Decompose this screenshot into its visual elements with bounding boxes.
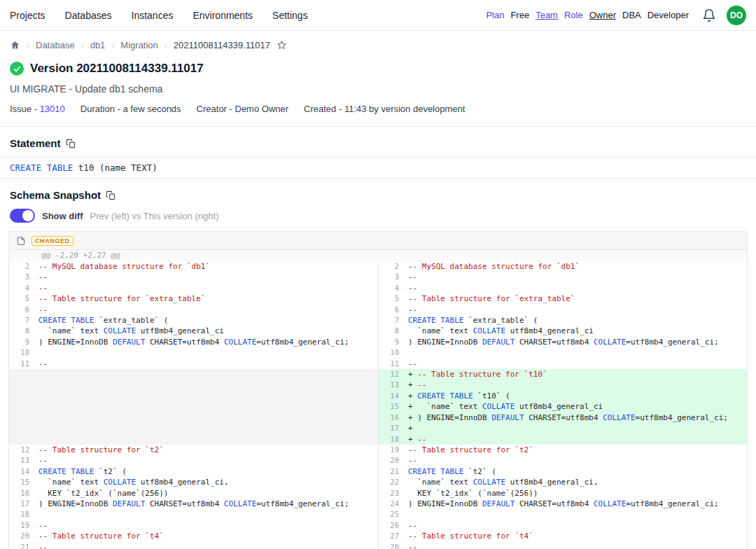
diff-row: 5-- Table structure for `extra_table`5--… <box>9 293 747 304</box>
diff-row: 17) ENGINE=InnoDB DEFAULT CHARSET=utf8mb… <box>9 499 747 509</box>
diff-row: 21--28-- <box>9 542 747 549</box>
nav-item-environments[interactable]: Environments <box>192 10 253 21</box>
role-developer[interactable]: Developer <box>648 10 689 20</box>
role-label[interactable]: Role <box>564 10 583 20</box>
version-subtitle: UI MIGRATE - Update db1 schema <box>10 83 746 95</box>
breadcrumb-database[interactable]: Database <box>36 40 75 50</box>
plan-team-link[interactable]: Team <box>536 10 558 20</box>
star-icon[interactable] <box>276 40 287 50</box>
diff-row: 14+ CREATE TABLE `t10` ( <box>9 391 747 401</box>
statement-sql: CREATE TABLE t10 (name TEXT) <box>0 157 756 179</box>
schema-snapshot-label: Schema Snapshot <box>10 189 101 201</box>
show-diff-toggle[interactable] <box>10 209 35 223</box>
diff-row: 6--6-- <box>9 305 747 315</box>
version-meta: Issue - 13010 Duration - a few seconds C… <box>10 104 746 114</box>
nav-right: Plan Free Team Role Owner DBA Developer … <box>486 6 746 25</box>
breadcrumb-migration[interactable]: Migration <box>120 40 158 50</box>
diff-row: 19--26-- <box>9 520 747 531</box>
diff-row: 15+ `name` text COLLATE utf8mb4_general_… <box>9 401 747 412</box>
schema-diff-viewer: CHANGED @@ -2,20 +2,27 @@ 2-- MySQL data… <box>8 231 748 549</box>
nav-item-settings[interactable]: Settings <box>272 10 308 21</box>
check-circle-icon <box>10 62 24 76</box>
plan-label[interactable]: Plan <box>486 10 504 20</box>
issue-link[interactable]: 13010 <box>40 104 65 114</box>
schema-snapshot-heading: Schema Snapshot <box>10 189 746 201</box>
plan-current: Free <box>510 10 529 20</box>
diff-header-bar: CHANGED <box>9 232 747 250</box>
diff-row: 12+ -- Table structure for `t10` <box>9 369 747 380</box>
diff-row: 16+ ) ENGINE=InnoDB DEFAULT CHARSET=utf8… <box>9 412 747 423</box>
diff-row: 3--3-- <box>9 272 747 282</box>
diff-row: 16 KEY `t2_idx` (`name`(256))23 KEY `t2_… <box>9 488 747 499</box>
diff-row: 18+ -- <box>9 434 747 445</box>
nav-item-projects[interactable]: Projects <box>10 10 46 21</box>
diff-row: 17+ <box>9 423 747 433</box>
diff-row: 13+ -- <box>9 380 747 390</box>
statement-heading-label: Statement <box>10 137 61 149</box>
diff-row: 14CREATE TABLE `t2` (21CREATE TABLE `t2`… <box>9 466 747 477</box>
diff-row: 9) ENGINE=InnoDB DEFAULT CHARSET=utf8mb4… <box>9 337 747 347</box>
diff-toggle-row: Show diff Prev (left) vs This version (r… <box>10 209 746 223</box>
avatar[interactable]: DO <box>727 6 746 25</box>
issue-label: Issue - <box>10 104 37 114</box>
version-header: Version 20211008114339.11017 <box>10 62 746 76</box>
chevron-right-icon: › <box>27 41 29 50</box>
top-navbar: Projects Databases Instances Environment… <box>0 0 756 31</box>
chevron-right-icon: › <box>111 41 114 50</box>
hunk-header: @@ -2,20 +2,27 @@ <box>9 250 747 261</box>
diff-row: 7CREATE TABLE `extra_table` (7CREATE TAB… <box>9 315 747 326</box>
home-icon[interactable] <box>10 40 20 50</box>
divider <box>0 126 756 127</box>
diff-row: 15 `name` text COLLATE utf8mb4_general_c… <box>9 477 747 487</box>
breadcrumb: › Database › db1 › Migration › 202110081… <box>0 31 756 57</box>
nav-menu: Projects Databases Instances Environment… <box>10 10 308 21</box>
copy-icon[interactable] <box>66 138 76 149</box>
nav-item-databases[interactable]: Databases <box>65 10 112 21</box>
breadcrumb-db1[interactable]: db1 <box>90 40 106 50</box>
breadcrumb-version[interactable]: 20211008114339.11017 <box>174 40 270 50</box>
diff-row: 2-- MySQL database structure for `db1`2-… <box>9 261 747 272</box>
diff-row: 11--11-- <box>9 359 747 369</box>
statement-heading: Statement <box>10 137 746 149</box>
bell-icon[interactable] <box>702 8 716 22</box>
diff-rows: 2-- MySQL database structure for `db1`2-… <box>9 261 747 549</box>
nav-item-instances[interactable]: Instances <box>132 10 174 21</box>
diff-row: 8 `name` text COLLATE utf8mb4_general_ci… <box>9 326 747 336</box>
diff-row: 12-- Table structure for `t2`19-- Table … <box>9 445 747 455</box>
show-diff-hint: Prev (left) vs This version (right) <box>90 211 219 221</box>
chevron-right-icon: › <box>81 41 84 50</box>
copy-icon[interactable] <box>106 190 116 201</box>
diff-row: 1825 <box>9 509 747 520</box>
diff-row: 13--20-- <box>9 455 747 466</box>
meta-duration: Duration - a few seconds <box>80 104 181 114</box>
diff-row: 1010 <box>9 347 747 358</box>
show-diff-label: Show diff <box>42 211 83 221</box>
file-icon <box>16 236 26 246</box>
page-title: Version 20211008114339.11017 <box>30 62 204 76</box>
diff-row: 20-- Table structure for `t4`27-- Table … <box>9 531 747 541</box>
role-dba[interactable]: DBA <box>622 10 641 20</box>
meta-issue: Issue - 13010 <box>10 104 65 114</box>
role-owner[interactable]: Owner <box>589 10 616 20</box>
meta-created: Created - 11:43 by version development <box>304 104 465 114</box>
chevron-right-icon: › <box>164 41 167 50</box>
diff-row: 4--4-- <box>9 283 747 293</box>
meta-creator: Creator - Demo Owner <box>197 104 288 114</box>
changed-badge: CHANGED <box>31 236 74 246</box>
